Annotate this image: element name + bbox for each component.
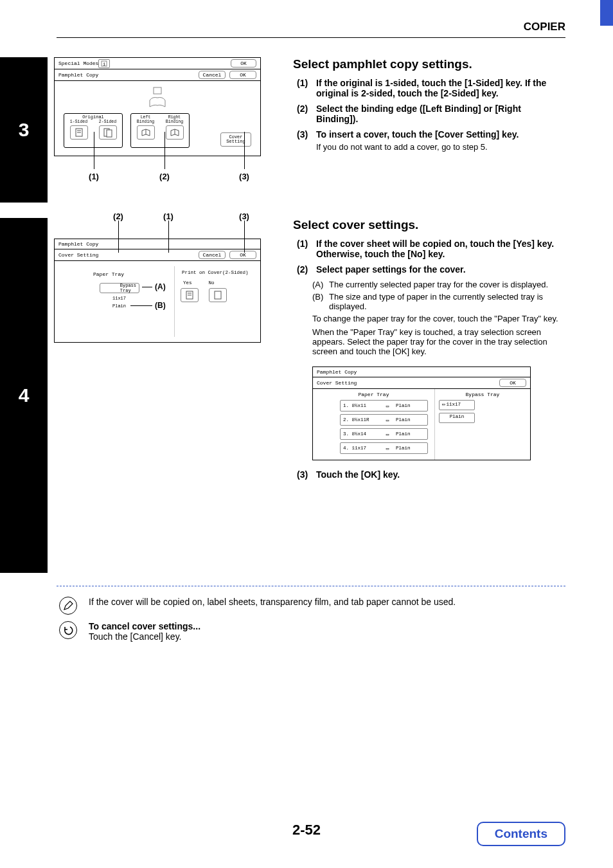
bypass-tray-button[interactable]: Bypass Tray [100,283,139,293]
contents-button[interactable]: Contents [477,822,565,846]
a-label: (A) [155,282,166,291]
step4-item-1: (1) If the cover sheet will be copied on… [297,239,565,259]
two-sided-button[interactable] [99,125,117,140]
pencil-icon [59,597,77,615]
side-tab [600,0,613,26]
note-2: To cancel cover settings... Touch the [C… [59,621,565,642]
pamphlet-copy-label: Pamphlet Copy [317,369,357,375]
no-label: No [209,280,215,285]
note-2-title: To cancel cover settings... [89,621,200,631]
left-binding-button[interactable] [137,125,155,140]
yes-button[interactable] [181,288,199,302]
cover-setting-button[interactable]: Cover Setting [220,132,251,147]
orientation-icon: ▭ [383,417,392,423]
svg-rect-7 [107,130,112,137]
orientation-icon: ▭ [383,403,392,409]
step-number-3: 3 [0,57,48,203]
left-binding-label: Left Binding [137,115,154,124]
note-1: If the cover will be copied on, label sh… [59,597,565,615]
note-2-body: Touch the [Cancel] key. [89,631,200,642]
binding-group: Left Binding Right Binding [130,113,190,148]
info-icon[interactable]: i [98,59,110,68]
b-label: (B) [155,301,166,310]
ok-button[interactable]: OK [231,59,256,68]
right-binding-button[interactable] [166,125,184,140]
step3-item-3-note: If you do not want to add a cover, go to… [316,142,565,152]
special-modes-label: Special Modes [58,60,98,66]
tray-row-2[interactable]: 2. 8½x11R▭Plain [340,414,428,426]
callout-2: (2) [159,172,170,181]
callout-1: (1) [163,212,173,221]
paper-tray-label: Paper Tray [93,271,124,277]
sub-b: (B)The size and type of paper in the cur… [312,292,565,311]
pamphlet-copy-label: Pamphlet Copy [58,241,98,247]
ok-button[interactable]: OK [229,251,256,259]
booklet-icon [146,86,169,111]
callout-2: (2) [113,212,123,221]
step4-item-2: (2) Select paper settings for the cover. [297,264,565,275]
step4-heading: Select cover settings. [293,218,565,232]
top-callouts: (2) (1) (3) [54,221,274,239]
page-number: 2-52 [292,822,321,838]
step3-item-1: (1) If the original is 1-sided, touch th… [297,78,565,98]
paper-tray-header: Paper Tray [317,392,431,397]
callout-row: (1) (2) (3) [54,155,274,185]
bypass-size-button[interactable]: ▭11x17 [439,400,475,410]
svg-text:i: i [103,62,105,67]
sub-a: (A)The currently selected paper tray for… [312,280,565,289]
pamphlet-copy-panel: Special Modes i OK Pamphlet Copy Cancel … [54,57,261,156]
dashed-rule [57,586,565,586]
step3-heading: Select pamphlet copy settings. [293,57,565,71]
ok-button[interactable]: OK [499,379,526,387]
pamphlet-copy-label: Pamphlet Copy [58,72,98,78]
cover-setting-label: Cover Setting [317,380,357,386]
size-label: 11x17 [112,296,126,301]
cover-setting-panel: Pamphlet Copy Cover Setting Cancel OK Pa… [54,239,261,343]
tray-row-1[interactable]: 1. 8½x11▭Plain [340,400,428,411]
original-group: Original 1-Sided 2-Sided [64,113,123,148]
two-sided-label: 2-Sided [99,120,116,124]
back-arrow-icon [59,621,77,639]
right-binding-label: Right Binding [166,115,183,124]
tray-selection-panel: Pamphlet Copy Cover Setting OK Paper Tra… [312,366,531,460]
callout-3: (3) [239,212,249,221]
orientation-icon: ▭ [442,402,445,407]
original-label: Original [64,114,122,120]
bypass-type-button[interactable]: Plain [439,413,475,423]
header-rule [57,37,565,38]
callout-3: (3) [239,172,249,181]
tray-row-3[interactable]: 3. 8½x14▭Plain [340,428,428,440]
sub-change: To change the paper tray for the cover, … [312,314,565,323]
one-sided-button[interactable] [70,125,88,140]
cover-setting-label: Cover Setting [58,252,98,258]
cancel-button[interactable]: Cancel [199,71,226,79]
plain-label: Plain [112,303,126,309]
print-on-cover-label: Print on Cover(2-Sided) [182,270,249,275]
svg-rect-2 [154,87,161,94]
step-number-4: 4 [0,218,48,573]
callout-1: (1) [89,172,99,181]
section-header: COPIER [0,21,565,33]
sub-when: When the "Paper Tray" key is touched, a … [312,327,565,356]
svg-rect-13 [215,291,221,299]
step3-item-2: (2) Select the binding edge ([Left Bindi… [297,104,565,124]
no-button[interactable] [209,288,227,302]
bypass-tray-header: Bypass Tray [439,392,526,397]
yes-label: Yes [183,280,192,285]
step3-item-3: (3) To insert a cover, touch the [Cover … [297,129,565,152]
orientation-icon: ▭ [383,446,392,451]
cancel-button[interactable]: Cancel [199,251,226,259]
tray-row-4[interactable]: 4. 11x17▭Plain [340,442,428,454]
step4-item-3: (3) Touch the [OK] key. [297,469,565,480]
orientation-icon: ▭ [383,431,392,437]
one-sided-label: 1-Sided [70,120,87,124]
ok-button[interactable]: OK [229,71,256,79]
